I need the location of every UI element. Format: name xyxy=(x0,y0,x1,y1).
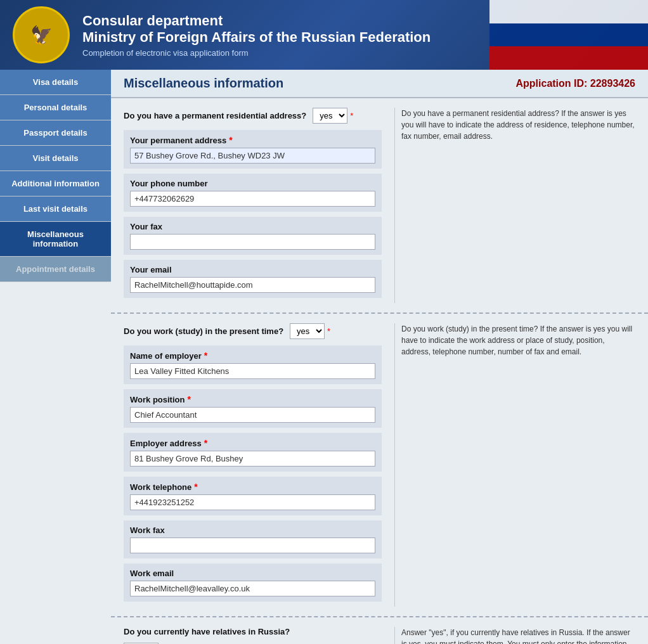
required-star-1: * xyxy=(229,135,232,145)
phone-number-input[interactable] xyxy=(130,191,375,207)
required-star-3: * xyxy=(187,394,190,404)
employment-select[interactable]: yes no xyxy=(290,323,325,339)
sidebar: Visa details Personal details Passport d… xyxy=(0,70,111,644)
page-header: Miscellaneous information Application ID… xyxy=(111,70,648,98)
work-email-input[interactable] xyxy=(130,581,375,596)
section3-left: Do you currently have relatives in Russi… xyxy=(124,627,382,644)
content: Miscellaneous information Application ID… xyxy=(111,70,648,644)
sidebar-item-miscellaneous[interactable]: Miscellaneous information xyxy=(0,222,111,257)
field-permanent-address-label: Your permanent address * xyxy=(130,135,375,145)
field-employer-address: Employer address * xyxy=(124,433,382,472)
question2-text: Do you work (study) in the present time? xyxy=(124,326,283,336)
section1-help: Do you have a permanent residential addr… xyxy=(394,108,635,303)
question3-row: Do you currently have relatives in Russi… xyxy=(124,627,382,636)
org-line3: Completion of electronic visa applicatio… xyxy=(82,48,431,58)
sidebar-item-additional-info[interactable]: Additional information xyxy=(0,171,111,196)
required-star-4: * xyxy=(204,438,207,448)
permanent-address-select[interactable]: yes no xyxy=(313,108,347,124)
section3-help-text: Answer "yes", if you currently have rela… xyxy=(401,627,635,644)
header-text: Consular department Ministry of Foreign … xyxy=(82,13,431,58)
section3-help: Answer "yes", if you currently have rela… xyxy=(394,627,635,644)
field-work-telephone: Work telephone * xyxy=(124,477,382,515)
logo-icon: 🦅 xyxy=(30,25,53,46)
section2-help-text: Do you work (study) in the present time?… xyxy=(401,323,635,357)
fax-input[interactable] xyxy=(130,234,375,250)
flag xyxy=(489,0,648,70)
sidebar-item-passport-details[interactable]: Passport details xyxy=(0,120,111,146)
field-employer-name: Name of employer * xyxy=(124,345,382,384)
permanent-address-input[interactable] xyxy=(130,148,375,164)
question3-text: Do you currently have relatives in Russi… xyxy=(124,627,290,636)
field-work-position: Work position * xyxy=(124,389,382,428)
sidebar-item-appointment[interactable]: Appointment details xyxy=(0,257,111,282)
field-phone-number: Your phone number xyxy=(124,174,382,212)
email-input[interactable] xyxy=(130,277,375,293)
main-container: Visa details Personal details Passport d… xyxy=(0,70,648,644)
field-work-position-label: Work position * xyxy=(130,394,375,404)
application-id: Application ID: 22893426 xyxy=(515,78,635,89)
field-work-fax: Work fax xyxy=(124,520,382,558)
work-position-input[interactable] xyxy=(130,407,375,423)
field-work-fax-label: Work fax xyxy=(130,525,375,535)
section-employment: Do you work (study) in the present time?… xyxy=(111,314,648,617)
sidebar-item-visa-details[interactable]: Visa details xyxy=(0,70,111,95)
required-star-2: * xyxy=(204,351,207,361)
question1-row: Do you have a permanent residential addr… xyxy=(124,108,382,124)
select1-required-star: * xyxy=(350,111,353,120)
required-star-5: * xyxy=(194,482,197,492)
employer-name-input[interactable] xyxy=(130,363,375,379)
field-work-telephone-label: Work telephone * xyxy=(130,482,375,492)
logo: 🦅 xyxy=(13,6,70,63)
field-fax: Your fax xyxy=(124,217,382,255)
sidebar-item-last-visit[interactable]: Last visit details xyxy=(0,196,111,222)
question2-row: Do you work (study) in the present time?… xyxy=(124,323,382,339)
work-telephone-input[interactable] xyxy=(130,494,375,510)
field-phone-label: Your phone number xyxy=(130,179,375,188)
header: 🦅 Consular department Ministry of Foreig… xyxy=(0,0,648,70)
sidebar-item-personal-details[interactable]: Personal details xyxy=(0,95,111,120)
field-work-email-label: Work email xyxy=(130,569,375,578)
org-line2: Ministry of Foreign Affairs of the Russi… xyxy=(82,29,431,46)
field-fax-label: Your fax xyxy=(130,222,375,231)
section1-left: Do you have a permanent residential addr… xyxy=(124,108,382,303)
field-employer-address-label: Employer address * xyxy=(130,438,375,448)
page-title: Miscellaneous information xyxy=(124,76,283,91)
field-email-label: Your email xyxy=(130,265,375,274)
work-fax-input[interactable] xyxy=(130,538,375,553)
section-permanent-address: Do you have a permanent residential addr… xyxy=(111,98,648,314)
sidebar-item-visit-details[interactable]: Visit details xyxy=(0,146,111,171)
org-line1: Consular department xyxy=(82,13,431,29)
field-work-email: Work email xyxy=(124,564,382,602)
select2-required-star: * xyxy=(327,326,330,336)
section2-left: Do you work (study) in the present time?… xyxy=(124,323,382,607)
section1-help-text: Do you have a permanent residential addr… xyxy=(401,108,635,142)
field-permanent-address: Your permanent address * xyxy=(124,130,382,169)
field-employer-name-label: Name of employer * xyxy=(130,351,375,361)
question1-text: Do you have a permanent residential addr… xyxy=(124,111,306,120)
section-relatives: Do you currently have relatives in Russi… xyxy=(111,617,648,644)
employer-address-input[interactable] xyxy=(130,451,375,467)
section2-help: Do you work (study) in the present time?… xyxy=(394,323,635,607)
field-email: Your email xyxy=(124,260,382,298)
